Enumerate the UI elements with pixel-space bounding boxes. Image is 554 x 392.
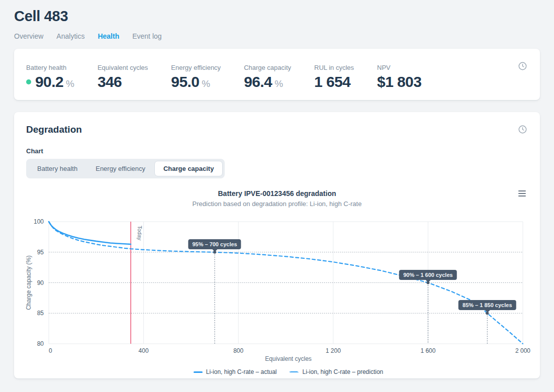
- y-tick-label: 80: [37, 340, 44, 347]
- chart-tab-energy-efficiency[interactable]: Energy efficiency: [86, 161, 154, 176]
- y-tick-label: 85: [37, 310, 44, 317]
- stat-charge-capacity: Charge capacity96.4%: [244, 64, 291, 90]
- stat-unit: %: [274, 78, 283, 89]
- x-tick-label: 0: [49, 347, 52, 354]
- tab-analytics[interactable]: Analytics: [56, 32, 84, 40]
- today-label: Today: [137, 226, 143, 241]
- y-tick-label: 90: [37, 279, 44, 286]
- chart-selector-label: Chart: [26, 147, 528, 155]
- stat-label: Charge capacity: [244, 64, 291, 71]
- main-nav-tabs: OverviewAnalyticsHealthEvent log: [14, 32, 540, 40]
- stats-row: Battery health90.2%Equivalent cycles346E…: [26, 64, 528, 90]
- chart-plot-area: Today04008001 2001 6002 00080859095100Ch…: [26, 215, 528, 350]
- chart-title: Battery IPVE-00123456 degradation: [26, 189, 528, 198]
- chart-annotation-tooltip: 95% – 700 cycles: [188, 239, 241, 249]
- y-tick-label: 95: [37, 249, 44, 256]
- chart-annotation-tooltip: 85% – 1 850 cycles: [458, 300, 516, 310]
- tab-health[interactable]: Health: [98, 32, 119, 40]
- health-status-dot-icon: [26, 79, 31, 84]
- x-tick-label: 400: [139, 347, 149, 354]
- stat-label: Battery health: [26, 64, 74, 71]
- legend-line-dashed-icon: [290, 371, 299, 372]
- stat-energy-efficiency: Energy efficiency95.0%: [171, 64, 221, 90]
- stat-value: $1 803: [377, 73, 421, 90]
- chart-legend: Li-ion, high C-rate – actual Li-ion, hig…: [49, 368, 528, 375]
- stat-value: 346: [98, 73, 122, 90]
- stat-rul-in-cycles: RUL in cycles1 654: [314, 64, 354, 90]
- stat-value: 1 654: [314, 73, 350, 90]
- stat-label: RUL in cycles: [314, 64, 354, 71]
- stat-value: 95.0: [171, 73, 199, 90]
- stat-unit: %: [66, 78, 74, 89]
- stat-npv: NPV$1 803: [377, 64, 421, 90]
- stat-unit: %: [202, 78, 210, 89]
- stat-label: Energy efficiency: [171, 64, 221, 71]
- page-title: Cell 483: [14, 8, 540, 25]
- stat-label: Equivalent cycles: [98, 64, 148, 71]
- chart-annotation-tooltip: 90% – 1 600 cycles: [399, 270, 456, 280]
- legend-item-prediction[interactable]: Li-ion, high C-rate – prediction: [290, 368, 383, 375]
- legend-label: Li-ion, high C-rate – prediction: [302, 368, 383, 375]
- chart-subtitle: Prediction based on degradation profile:…: [26, 200, 528, 208]
- x-tick-label: 1 600: [420, 347, 435, 354]
- y-axis-title: Charge capacity (%): [25, 255, 32, 310]
- stat-battery-health: Battery health90.2%: [26, 64, 74, 90]
- y-tick-label: 100: [34, 218, 44, 225]
- tab-event-log[interactable]: Event log: [132, 32, 161, 40]
- chart-tab-battery-health[interactable]: Battery health: [28, 161, 86, 176]
- x-axis-title: Equivalent cycles: [49, 355, 528, 362]
- clock-icon[interactable]: [518, 62, 527, 72]
- degradation-chart: Today04008001 2001 6002 00080859095100Ch…: [26, 215, 528, 350]
- stat-equivalent-cycles: Equivalent cycles346: [98, 64, 148, 90]
- degradation-card: Degradation Chart Battery healthEnergy e…: [14, 112, 540, 378]
- degradation-title: Degradation: [26, 124, 528, 135]
- x-tick-label: 2 000: [515, 347, 530, 354]
- stat-value: 96.4: [244, 73, 272, 90]
- stat-label: NPV: [377, 64, 421, 71]
- tab-overview[interactable]: Overview: [14, 32, 43, 40]
- legend-item-actual[interactable]: Li-ion, high C-rate – actual: [194, 368, 277, 375]
- x-tick-label: 800: [233, 347, 243, 354]
- stat-value: 90.2: [35, 73, 63, 90]
- clock-icon[interactable]: [518, 125, 527, 136]
- legend-label: Li-ion, high C-rate – actual: [206, 368, 277, 375]
- chart-type-segmented-control: Battery healthEnergy efficiencyCharge ca…: [26, 159, 225, 178]
- x-tick-label: 1 200: [326, 347, 341, 354]
- chart-context-menu-icon[interactable]: [518, 190, 526, 197]
- legend-line-solid-icon: [194, 371, 203, 373]
- chart-tab-charge-capacity[interactable]: Charge capacity: [154, 161, 223, 176]
- health-stats-card: Battery health90.2%Equivalent cycles346E…: [14, 49, 540, 100]
